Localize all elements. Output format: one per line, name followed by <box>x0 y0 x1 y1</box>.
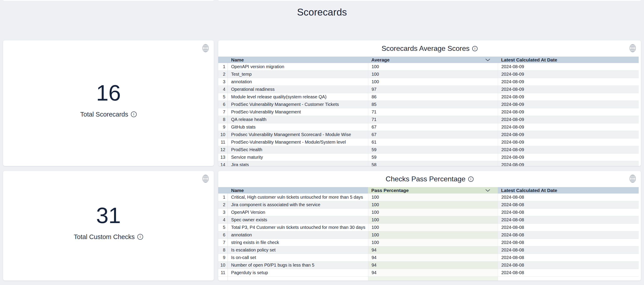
name-cell: Test_temp <box>228 71 368 78</box>
date-cell: 2024-08-08 <box>498 246 639 254</box>
name-cell <box>228 277 368 281</box>
column-header-date[interactable]: Latest Calculated At Date <box>498 187 639 194</box>
table-row[interactable]: 1Critical, High customer vuln tickets un… <box>218 194 641 201</box>
table-row[interactable]: 11Pagerduty is setup942024-08-08 <box>218 269 641 277</box>
scrollbar-gutter <box>639 209 641 216</box>
name-cell: GitHub stats <box>228 123 368 131</box>
date-cell: 2024-08-08 <box>498 254 639 262</box>
table-row[interactable]: 2Test_temp1002024-08-09 <box>218 71 641 78</box>
name-cell: Spec owner exists <box>228 216 368 224</box>
scrollbar-gutter <box>639 93 641 101</box>
value-cell: 71 <box>368 108 498 116</box>
row-index-cell: 10 <box>218 262 228 269</box>
scrollbar-gutter <box>639 146 641 154</box>
name-cell: ProdSec Health <box>228 146 368 154</box>
date-cell: 2024-08-08 <box>498 209 639 216</box>
row-index-cell: 9 <box>218 254 228 262</box>
date-cell: 2024-08-09 <box>498 93 639 101</box>
table-row[interactable]: 1OpenAPI version migration1002024-08-09 <box>218 63 641 71</box>
value-cell: 94 <box>368 246 498 254</box>
scrollbar-gutter <box>639 254 641 262</box>
table-header-row: Name Pass Percentage Latest Calculated A… <box>218 187 641 194</box>
name-cell: annotation <box>228 231 368 239</box>
table-row[interactable]: 8Is escalation policy set942024-08-08 <box>218 246 641 254</box>
column-header-date[interactable]: Latest Calculated At Date <box>498 57 639 63</box>
partial-row <box>218 277 641 281</box>
table-row[interactable]: 11ProdSec-Vulnerability Management - Mod… <box>218 139 641 146</box>
scrollbar-gutter <box>639 131 641 139</box>
table-row[interactable]: 8QA release health712024-08-09 <box>218 116 641 123</box>
table-row[interactable]: 7string exists in file check1002024-08-0… <box>218 239 641 246</box>
table-row[interactable]: 4Spec owner exists1002024-08-08 <box>218 216 641 224</box>
row-index-cell: 8 <box>218 116 228 123</box>
table-row[interactable]: 7ProdSec-Vulnerability Management712024-… <box>218 108 641 116</box>
date-cell: 2024-08-08 <box>498 231 639 239</box>
table-body: 1Critical, High customer vuln tickets un… <box>218 194 641 281</box>
value-cell: 94 <box>368 262 498 269</box>
globe-icon[interactable] <box>202 174 209 183</box>
row-index-cell: 7 <box>218 108 228 116</box>
value-cell: 100 <box>368 231 498 239</box>
name-cell: OpenAPI Version <box>228 209 368 216</box>
value-cell: 100 <box>368 194 498 201</box>
value-cell: 67 <box>368 131 498 139</box>
name-cell: ProdSec-Vulnerability Management <box>228 108 368 116</box>
info-icon[interactable]: i <box>472 46 478 51</box>
table-row[interactable]: 9Is on-call set942024-08-08 <box>218 254 641 262</box>
name-cell: ProdSec-Vulnerability Management - Modul… <box>228 139 368 146</box>
column-header-name[interactable]: Name <box>228 187 368 194</box>
value-cell: 100 <box>368 78 498 86</box>
row-index-header <box>218 57 228 63</box>
table-row[interactable]: 3annotation1002024-08-09 <box>218 78 641 86</box>
total-custom-checks-value: 31 <box>96 203 121 228</box>
table-row[interactable]: 3OpenAPI Version1002024-08-08 <box>218 209 641 216</box>
table-row[interactable]: 14Jira stats582024-08-09 <box>218 161 641 166</box>
table-row[interactable]: 9GitHub stats672024-08-09 <box>218 123 641 131</box>
row-index-cell: 4 <box>218 216 228 224</box>
table-row[interactable]: 6ProdSec Vulnerability Management - Cust… <box>218 101 641 108</box>
table-row[interactable]: 5Total P3, P4 Customer vuln tickets unto… <box>218 224 641 231</box>
column-header-pass-percentage[interactable]: Pass Percentage <box>368 187 498 194</box>
total-scorecards-value: 16 <box>96 81 121 105</box>
scrollbar-gutter <box>639 194 641 201</box>
name-cell: Jira component is associated with the se… <box>228 201 368 209</box>
info-icon[interactable]: i <box>468 176 474 182</box>
table-row[interactable]: 10Prodsec Vulnerability Management Score… <box>218 131 641 139</box>
value-cell: 59 <box>368 154 498 161</box>
date-cell: 2024-08-08 <box>498 194 639 201</box>
table-row[interactable]: 5Module level release quality(system rel… <box>218 93 641 101</box>
globe-icon[interactable] <box>629 174 636 183</box>
name-cell: Is escalation policy set <box>228 246 368 254</box>
date-cell: 2024-08-09 <box>498 131 639 139</box>
table-row[interactable]: 13Service maturity592024-08-09 <box>218 154 641 161</box>
value-cell: 100 <box>368 239 498 246</box>
name-cell: Service maturity <box>228 154 368 161</box>
value-cell: 100 <box>368 209 498 216</box>
scrollbar-gutter <box>639 269 641 277</box>
value-cell: 94 <box>368 269 498 277</box>
row-index-cell: 5 <box>218 224 228 231</box>
globe-icon[interactable] <box>202 43 209 53</box>
date-cell: 2024-08-09 <box>498 161 639 166</box>
info-icon[interactable]: i <box>131 111 137 117</box>
info-icon[interactable]: i <box>137 234 143 240</box>
table-row[interactable]: 2Jira component is associated with the s… <box>218 201 641 209</box>
date-cell: 2024-08-08 <box>498 201 639 209</box>
table-row[interactable]: 12ProdSec Health592024-08-09 <box>218 146 641 154</box>
table-row[interactable]: 10Number of open P0/P1 bugs is less than… <box>218 262 641 269</box>
date-cell: 2024-08-08 <box>498 269 639 277</box>
column-header-name[interactable]: Name <box>228 57 368 63</box>
value-cell: 100 <box>368 63 498 71</box>
date-cell: 2024-08-09 <box>498 123 639 131</box>
row-index-cell: 14 <box>218 161 228 166</box>
average-scores-card: Scorecards Average Scores i Name Average… <box>218 40 641 166</box>
table-row[interactable]: 6annotation1002024-08-08 <box>218 231 641 239</box>
scrollbar-gutter <box>639 116 641 123</box>
table-row[interactable]: 4Operational readiness972024-08-09 <box>218 86 641 93</box>
scrollbar-gutter <box>639 246 641 254</box>
name-cell: Critical, High customer vuln tickets unt… <box>228 194 368 201</box>
card-edge-above-left <box>3 0 214 1</box>
value-cell <box>368 277 498 281</box>
column-header-average[interactable]: Average <box>368 57 498 63</box>
globe-icon[interactable] <box>629 43 636 53</box>
